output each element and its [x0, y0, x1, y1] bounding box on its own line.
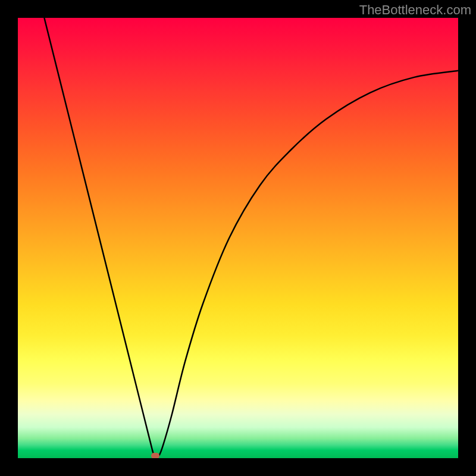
curve-layer	[18, 18, 458, 458]
minimum-marker	[151, 453, 159, 458]
plot-area	[18, 18, 458, 458]
watermark-text: TheBottleneck.com	[359, 2, 471, 18]
bottleneck-curve	[44, 18, 458, 458]
